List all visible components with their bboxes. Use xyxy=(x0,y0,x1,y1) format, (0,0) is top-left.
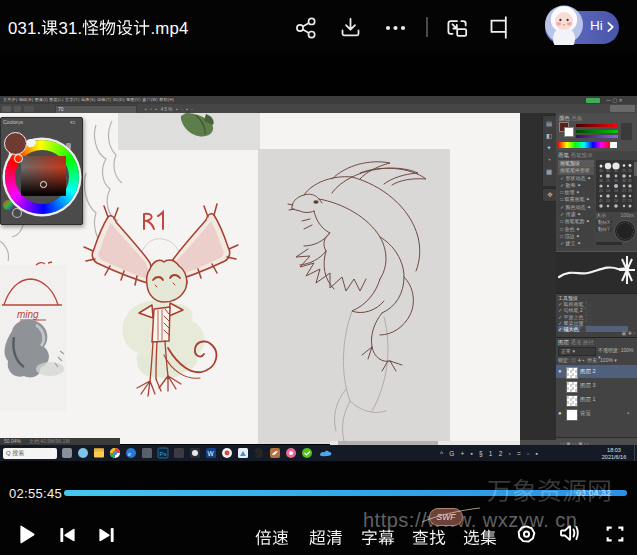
svg-text:45: 45 xyxy=(599,199,603,203)
svg-text:27: 27 xyxy=(622,189,626,193)
svg-text:36: 36 xyxy=(614,179,618,183)
svg-text:30: 30 xyxy=(606,169,610,173)
svg-text:24: 24 xyxy=(614,189,618,193)
svg-text:14: 14 xyxy=(606,199,610,203)
svg-text:ming: ming xyxy=(17,309,39,320)
svg-text:e: e xyxy=(128,450,131,458)
svg-text:Ps: Ps xyxy=(160,451,167,457)
svg-text:32: 32 xyxy=(628,179,632,183)
svg-text:23: 23 xyxy=(628,199,632,203)
svg-text:25: 25 xyxy=(622,169,626,173)
svg-text:24: 24 xyxy=(614,199,618,203)
svg-text:25: 25 xyxy=(599,189,603,193)
svg-text:14: 14 xyxy=(606,189,610,193)
svg-text:25: 25 xyxy=(606,179,610,183)
svg-text:36: 36 xyxy=(599,179,603,183)
svg-text:36: 36 xyxy=(622,179,626,183)
svg-text:27: 27 xyxy=(622,199,626,203)
svg-text:30: 30 xyxy=(599,169,603,173)
svg-text:39: 39 xyxy=(628,189,632,193)
svg-text:30: 30 xyxy=(614,169,618,173)
svg-text:25: 25 xyxy=(628,169,632,173)
svg-text:W: W xyxy=(208,450,215,457)
